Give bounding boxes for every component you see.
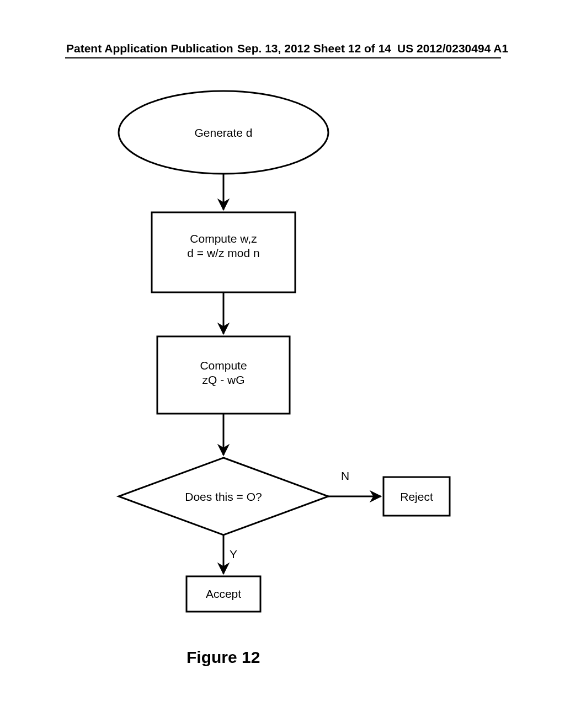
step2-line2: zQ - wG xyxy=(157,373,290,387)
step1-line2: d = w/z mod n xyxy=(152,246,295,260)
branch-yes-label: Y xyxy=(230,547,246,561)
step1-line1: Compute w,z xyxy=(152,232,295,246)
start-label: Generate d xyxy=(168,126,279,140)
step2-line1: Compute xyxy=(157,358,290,373)
accept-label: Accept xyxy=(186,587,260,601)
decision-label: Does this = O? xyxy=(154,490,292,504)
reject-label: Reject xyxy=(383,490,450,504)
branch-no-label: N xyxy=(341,469,358,483)
figure-caption: Figure 12 xyxy=(186,648,260,667)
